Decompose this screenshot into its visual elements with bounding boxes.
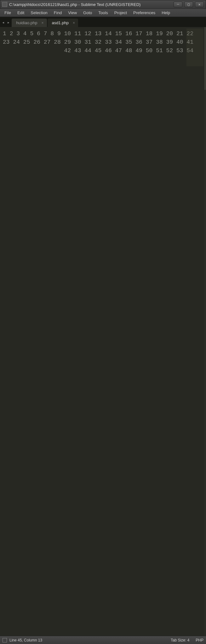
vertical-scrollbar[interactable]	[204, 27, 206, 636]
tab-close-icon[interactable]: ×	[41, 21, 43, 25]
status-cursor-position[interactable]: Line 45, Column 13	[9, 638, 42, 642]
app-icon	[2, 2, 7, 7]
menu-find[interactable]: Find	[51, 10, 65, 15]
menu-help[interactable]: Help	[158, 10, 173, 15]
window-titlebar: C:\xampp\htdocs\20161219\asd1.php - Subl…	[0, 0, 206, 9]
minimap-content	[186, 29, 203, 67]
status-tab-size[interactable]: Tab Size: 4	[171, 638, 189, 642]
menu-project[interactable]: Project	[111, 10, 130, 15]
tab-nav-arrows[interactable]: ◂ ▸	[1, 20, 12, 27]
menu-view[interactable]: View	[65, 10, 80, 15]
menu-bar: FileEditSelectionFindViewGotoToolsProjec…	[0, 9, 206, 17]
minimap[interactable]	[197, 27, 204, 636]
menu-file[interactable]: File	[1, 10, 14, 15]
scrollbar-thumb[interactable]	[205, 27, 205, 90]
status-syntax[interactable]: PHP	[196, 638, 203, 642]
menu-tools[interactable]: Tools	[95, 10, 111, 15]
tab-close-icon[interactable]: ×	[73, 21, 75, 25]
close-button[interactable]: ✕	[195, 2, 204, 7]
menu-preferences[interactable]: Preferences	[130, 10, 158, 15]
menu-selection[interactable]: Selection	[27, 10, 50, 15]
status-icon[interactable]	[3, 638, 7, 642]
editor-area: 1 2 3 4 5 6 7 8 9 10 11 12 13 14 15 16 1…	[0, 27, 206, 636]
tab-asd1-php[interactable]: asd1.php×	[48, 19, 78, 27]
status-bar: Line 45, Column 13 Tab Size: 4 PHP	[0, 636, 206, 644]
maximize-button[interactable]: ▢	[184, 2, 193, 7]
menu-goto[interactable]: Goto	[80, 10, 95, 15]
menu-edit[interactable]: Edit	[14, 10, 27, 15]
line-number-gutter: 1 2 3 4 5 6 7 8 9 10 11 12 13 14 15 16 1…	[0, 27, 197, 636]
tab-huidiao-php[interactable]: huidiao.php×	[12, 19, 47, 27]
window-title: C:\xampp\htdocs\20161219\asd1.php - Subl…	[9, 2, 174, 7]
tab-bar: ◂ ▸ huidiao.php×asd1.php×	[0, 17, 206, 27]
minimize-button[interactable]: ─	[174, 2, 182, 7]
